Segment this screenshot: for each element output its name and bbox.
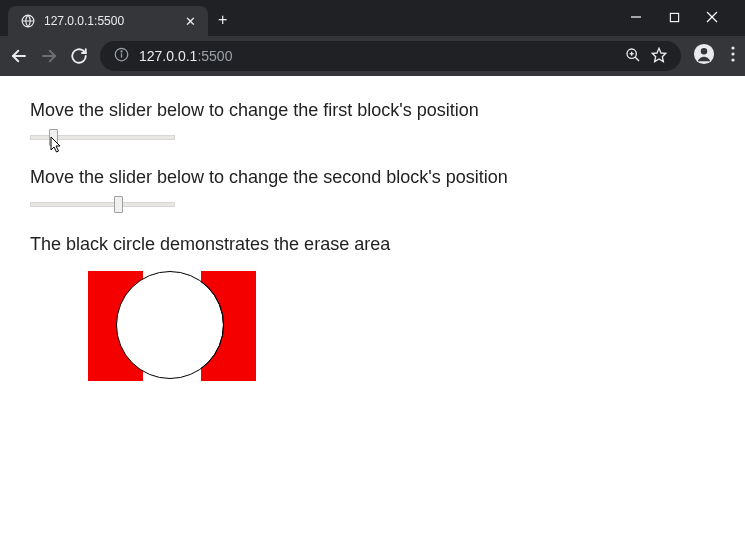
erase-label: The black circle demonstrates the erase … — [30, 234, 715, 255]
new-tab-button[interactable]: + — [218, 7, 227, 29]
svg-point-16 — [701, 48, 707, 54]
forward-button[interactable] — [40, 47, 58, 65]
slider2[interactable] — [30, 196, 175, 214]
slider2-label: Move the slider below to change the seco… — [30, 167, 715, 188]
maximize-icon[interactable] — [667, 11, 681, 26]
svg-line-11 — [635, 57, 639, 61]
zoom-icon[interactable] — [625, 47, 641, 66]
close-window-icon[interactable] — [705, 11, 719, 26]
canvas-area — [88, 271, 288, 391]
svg-point-18 — [731, 52, 734, 55]
back-button[interactable] — [10, 47, 28, 65]
globe-icon — [20, 13, 36, 29]
svg-point-19 — [731, 58, 734, 61]
tab-bar: 127.0.0.1:5500 ✕ + — [0, 0, 745, 36]
slider1-thumb[interactable] — [49, 129, 58, 146]
star-icon[interactable] — [651, 47, 667, 66]
menu-icon[interactable] — [731, 46, 735, 66]
slider1-label: Move the slider below to change the firs… — [30, 100, 715, 121]
tab-title: 127.0.0.1:5500 — [44, 14, 177, 28]
minimize-icon[interactable] — [629, 11, 643, 26]
browser-chrome: 127.0.0.1:5500 ✕ + — [0, 0, 745, 76]
address-bar[interactable]: 127.0.0.1:5500 — [100, 41, 681, 71]
window-controls — [629, 11, 737, 26]
toolbar-right — [693, 43, 735, 69]
close-icon[interactable]: ✕ — [185, 15, 196, 28]
profile-icon[interactable] — [693, 43, 715, 69]
browser-tab[interactable]: 127.0.0.1:5500 ✕ — [8, 6, 208, 36]
svg-marker-14 — [652, 48, 665, 61]
toolbar: 127.0.0.1:5500 — [0, 36, 745, 76]
address-text: 127.0.0.1:5500 — [139, 48, 615, 64]
slider1[interactable] — [30, 129, 175, 147]
svg-point-17 — [731, 46, 734, 49]
svg-rect-2 — [670, 13, 678, 21]
info-icon[interactable] — [114, 47, 129, 65]
reload-button[interactable] — [70, 47, 88, 65]
slider2-thumb[interactable] — [114, 196, 123, 213]
slider2-rail — [30, 202, 175, 207]
block-2-visible — [201, 271, 256, 381]
page-content: Move the slider below to change the firs… — [0, 76, 745, 415]
svg-point-9 — [121, 51, 122, 52]
